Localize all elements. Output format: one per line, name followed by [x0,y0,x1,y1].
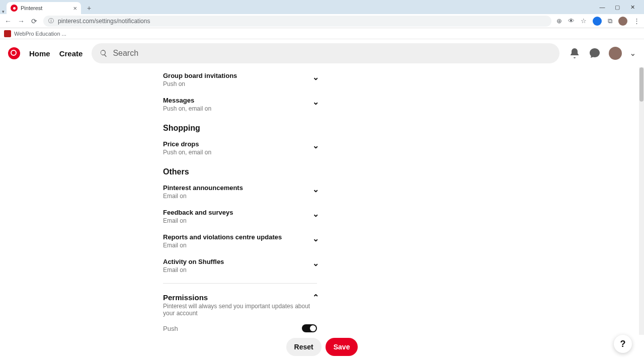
settings-content: Group board invitations Push on ⌄ Messag… [0,67,644,335]
setting-group-board-invitations[interactable]: Group board invitations Push on ⌄ [163,67,317,92]
chevron-down-icon: ⌄ [312,141,319,150]
pinterest-header: Home Create Search ⌄ [0,39,644,67]
chevron-down-icon: ⌄ [312,97,319,107]
url-text: pinterest.com/settings/notifications [58,18,150,25]
address-bar[interactable]: ⓘ pinterest.com/settings/notifications [43,16,551,27]
maximize-icon[interactable]: ▢ [614,4,621,11]
row-sub: Email on [163,266,317,274]
row-title: Activity on Shuffles [163,258,317,265]
permission-push: Push [163,321,317,335]
chevron-down-icon: ⌄ [312,185,319,194]
row-title: Feedback and surveys [163,209,317,216]
row-sub: Push on, email on [163,149,317,156]
minimize-icon[interactable]: — [599,4,606,11]
chevron-down-icon: ⌄ [312,209,319,219]
row-sub: Pinterest will always send you important… [163,303,317,317]
install-app-icon[interactable]: ⊕ [556,17,562,25]
save-button[interactable]: Save [326,338,358,356]
section-shopping: Shopping [163,117,317,136]
footer-actions: Reset Save [0,338,644,356]
scrollbar[interactable] [639,67,644,335]
row-sub: Email on [163,193,317,200]
close-tab-icon[interactable]: × [73,5,77,12]
nav-home[interactable]: Home [29,49,50,58]
browser-toolbar: ← → ⟳ ⓘ pinterest.com/settings/notificat… [0,14,644,28]
new-tab-button[interactable]: + [83,2,95,14]
row-title: Messages [163,97,317,104]
pinterest-favicon [11,5,18,12]
row-title: Reports and violations centre updates [163,233,317,241]
permission-label: Push [163,325,178,332]
setting-reports[interactable]: Reports and violations centre updates Em… [163,229,317,253]
setting-permissions[interactable]: Permissions Pinterest will always send y… [163,289,317,321]
search-input[interactable]: Search [92,43,559,63]
browser-tab[interactable]: Pinterest × [7,2,81,14]
forward-button[interactable]: → [17,17,25,25]
push-toggle[interactable] [302,324,317,332]
site-info-icon[interactable]: ⓘ [48,17,54,25]
chevron-down-icon: ⌄ [312,258,319,268]
close-window-icon[interactable]: ✕ [629,4,636,11]
row-sub: Push on [163,80,317,87]
extension-icon[interactable] [593,17,602,26]
row-sub: Email on [163,242,317,249]
setting-price-drops[interactable]: Price drops Push on, email on ⌄ [163,136,317,160]
tab-dropdown-icon[interactable]: ▾ [2,9,5,14]
messages-icon[interactable] [589,47,601,59]
chevron-up-icon: ⌃ [312,293,319,302]
row-sub: Email on [163,217,317,224]
chevron-down-icon: ⌄ [312,72,319,82]
pinterest-logo[interactable] [8,47,20,59]
row-title: Group board invitations [163,72,317,79]
nav-create[interactable]: Create [59,49,83,58]
row-title: Pinterest announcements [163,184,317,192]
divider [163,283,317,284]
bookmark-bar: WebPro Education ... [0,28,644,39]
bookmark-star-icon[interactable]: ☆ [581,17,587,25]
section-others: Others [163,160,317,179]
setting-shuffles[interactable]: Activity on Shuffles Email on ⌄ [163,253,317,278]
row-title: Price drops [163,140,317,148]
extensions-icon[interactable]: ⧉ [608,17,612,25]
setting-announcements[interactable]: Pinterest announcements Email on ⌄ [163,179,317,204]
setting-feedback[interactable]: Feedback and surveys Email on ⌄ [163,204,317,229]
profile-avatar[interactable] [618,17,627,26]
chevron-down-icon: ⌄ [312,234,319,243]
row-title: Permissions [163,293,317,302]
reset-button[interactable]: Reset [286,338,321,356]
window-titlebar: ▾ Pinterest × + — ▢ ✕ [0,0,644,14]
setting-messages[interactable]: Messages Push on, email on ⌄ [163,92,317,117]
back-button[interactable]: ← [4,17,12,25]
bookmark-favicon [4,30,11,37]
account-chevron-down-icon[interactable]: ⌄ [630,49,636,57]
eye-icon[interactable]: 👁 [568,17,575,25]
search-placeholder: Search [113,49,138,58]
bookmark-item[interactable]: WebPro Education ... [14,31,66,37]
menu-icon[interactable]: ⋮ [633,17,640,25]
tab-title: Pinterest [21,5,42,11]
search-icon [100,49,108,57]
help-button[interactable]: ? [614,335,632,353]
user-avatar[interactable] [609,47,622,60]
row-sub: Push on, email on [163,105,317,112]
reload-button[interactable]: ⟳ [30,17,38,25]
bell-icon[interactable] [569,47,581,59]
